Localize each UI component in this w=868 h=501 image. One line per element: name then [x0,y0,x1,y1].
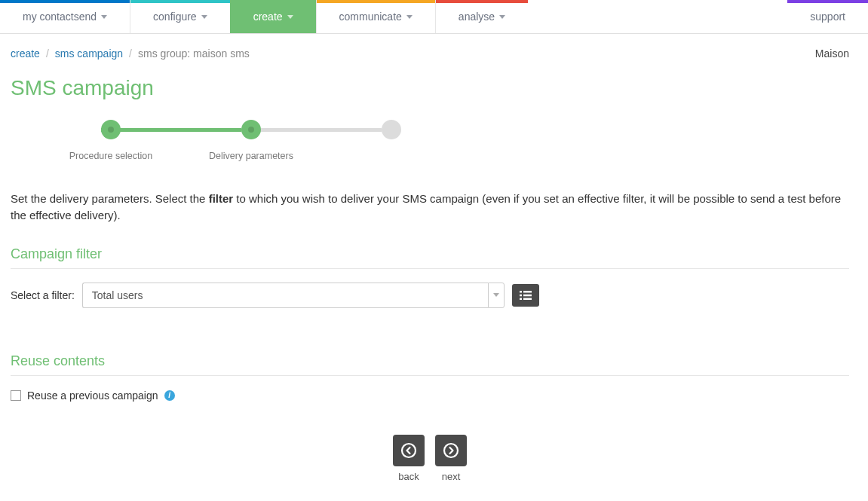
breadcrumb-sep: / [46,47,49,60]
wizard-bar-1 [101,128,241,132]
back-button-wrap: back [393,435,425,482]
tab-communicate[interactable]: communicate [316,0,435,33]
chevron-down-icon [287,15,293,19]
chevron-down-icon [499,15,505,19]
tab-my-contactsend[interactable]: my contactsend [0,0,130,33]
svg-rect-5 [523,298,532,300]
next-label: next [435,471,467,482]
page-title: SMS campaign [11,76,849,100]
chevron-down-icon [406,15,413,19]
filter-select[interactable]: Total users [82,283,505,308]
wizard-dot-done [101,120,121,139]
top-nav: my contactsend configure create communic… [0,0,868,34]
chevron-down-icon [201,15,207,19]
reuse-label: Reuse a previous campaign [27,389,158,402]
tab-label: configure [153,11,197,23]
instruction-pre: Set the delivery parameters. Select the [11,192,209,205]
wizard-step-label: Procedure selection [41,150,181,162]
filter-select-display[interactable]: Total users [82,283,488,308]
list-icon [520,291,532,300]
accent-bar [231,0,316,3]
breadcrumb-current: sms group: maison sms [138,47,250,60]
breadcrumb-link-sms-campaign[interactable]: sms campaign [55,47,123,60]
instruction-bold: filter [209,192,234,205]
svg-rect-3 [523,294,532,296]
reuse-contents-title: Reuse contents [11,353,849,369]
tab-label: analyse [459,11,495,23]
svg-rect-2 [520,294,522,296]
accent-bar [787,0,868,3]
filter-select-arrow[interactable] [488,283,505,308]
wizard-step-2: Delivery parameters [181,120,321,162]
next-button[interactable] [435,435,467,466]
info-icon[interactable]: i [164,390,175,401]
campaign-filter-title: Campaign filter [11,246,849,262]
accent-bar [130,0,230,3]
tab-label: create [253,11,283,23]
wizard-bar-2 [241,128,382,132]
svg-point-7 [444,444,458,457]
wizard-step-label: Delivery parameters [181,150,321,162]
tab-configure[interactable]: configure [130,0,230,33]
accent-bar [0,0,130,3]
svg-rect-0 [520,291,522,293]
reuse-row: Reuse a previous campaign i [11,389,849,402]
tab-analyse[interactable]: analyse [435,0,528,33]
user-label: Maison [815,47,849,60]
wizard-steps: Procedure selection Delivery parameters [41,120,849,173]
accent-bar [436,0,528,3]
wizard-dot-current [241,120,261,139]
page-content: create / sms campaign / sms group: maiso… [0,34,860,501]
chevron-right-circle-icon [443,442,459,459]
back-label: back [393,471,425,482]
tab-label: my contactsend [23,11,97,23]
tab-label: communicate [339,11,402,23]
chevron-down-icon [493,293,499,297]
nav-spacer [528,0,787,33]
divider [11,375,849,376]
tab-create[interactable]: create [230,0,316,33]
svg-rect-1 [523,291,532,293]
next-button-wrap: next [435,435,467,482]
filter-row: Select a filter: Total users [11,283,849,308]
nav-buttons: back next [11,435,849,482]
accent-bar [317,0,435,3]
filter-label: Select a filter: [11,289,75,301]
breadcrumb-link-create[interactable]: create [11,47,40,60]
wizard-dot-pending [382,120,401,139]
svg-rect-4 [520,298,522,300]
divider [11,268,849,269]
wizard-step-1: Procedure selection [41,120,181,162]
svg-point-6 [402,444,416,457]
wizard-step-3 [321,120,462,150]
chevron-left-circle-icon [400,442,417,459]
chevron-down-icon [101,15,107,19]
instruction-text: Set the delivery parameters. Select the … [11,191,849,224]
back-button[interactable] [393,435,425,466]
list-button[interactable] [512,284,539,307]
tab-label: support [810,11,845,23]
tab-support[interactable]: support [787,0,868,33]
reuse-checkbox[interactable] [11,390,21,401]
breadcrumb: create / sms campaign / sms group: maiso… [11,47,849,60]
breadcrumb-sep: / [129,47,132,60]
